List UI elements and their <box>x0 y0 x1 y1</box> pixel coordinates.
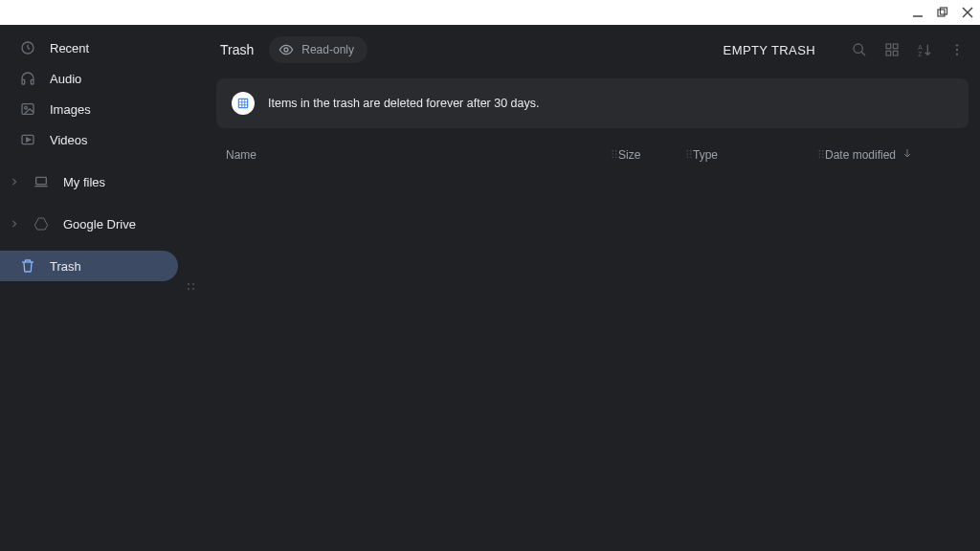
column-grip-icon[interactable] <box>685 148 693 162</box>
svg-rect-24 <box>886 51 891 55</box>
column-headers: Name Size Type Date modified <box>212 140 972 169</box>
svg-rect-22 <box>886 44 891 49</box>
column-date[interactable]: Date modified <box>825 148 896 162</box>
window-maximize-button[interactable] <box>936 6 949 19</box>
readonly-label: Read-only <box>301 43 354 56</box>
empty-trash-button[interactable]: EMPTY TRASH <box>724 43 815 57</box>
svg-point-48 <box>690 156 692 158</box>
column-grip-icon[interactable] <box>817 148 825 162</box>
sidebar-item-trash[interactable]: Trash <box>0 251 178 281</box>
svg-point-43 <box>687 149 689 151</box>
banner-icon <box>232 92 255 115</box>
svg-point-44 <box>690 149 692 151</box>
sidebar-item-label: My files <box>63 175 105 189</box>
eye-icon <box>278 42 294 57</box>
svg-point-18 <box>192 288 194 290</box>
svg-point-9 <box>25 106 28 109</box>
column-grip-icon[interactable] <box>611 148 618 162</box>
svg-marker-14 <box>34 218 47 230</box>
sidebar-item-label: Trash <box>50 259 81 274</box>
svg-marker-11 <box>27 138 31 142</box>
svg-point-15 <box>188 283 189 285</box>
svg-rect-8 <box>22 104 33 115</box>
svg-point-53 <box>819 156 821 158</box>
sidebar-item-videos[interactable]: Videos <box>0 124 199 155</box>
window-close-button[interactable] <box>961 6 974 19</box>
header: Trash Read-only EMPTY TRASH <box>212 25 972 75</box>
image-icon <box>19 100 36 118</box>
svg-point-42 <box>615 156 617 158</box>
sidebar-resize-handle[interactable] <box>186 281 197 293</box>
svg-point-37 <box>612 149 614 151</box>
svg-point-16 <box>192 283 194 285</box>
svg-rect-32 <box>238 99 247 107</box>
more-icon[interactable] <box>949 42 965 57</box>
video-icon <box>19 131 36 148</box>
sidebar-item-my-files[interactable]: My files <box>0 166 199 197</box>
window-titlebar <box>0 0 980 25</box>
sidebar-item-audio[interactable]: Audio <box>0 63 199 94</box>
svg-point-52 <box>822 153 824 155</box>
svg-point-19 <box>284 48 288 52</box>
svg-point-50 <box>822 149 824 151</box>
svg-rect-12 <box>36 177 47 184</box>
sidebar-item-label: Videos <box>50 133 88 147</box>
sidebar-item-google-drive[interactable]: Google Drive <box>0 209 199 239</box>
laptop-icon <box>33 173 50 190</box>
banner-text: Items in the trash are deleted forever a… <box>268 97 539 110</box>
svg-point-29 <box>956 44 958 46</box>
drive-icon <box>33 215 50 232</box>
svg-text:Z: Z <box>918 51 922 57</box>
page-title: Trash <box>220 42 254 57</box>
svg-text:A: A <box>918 44 923 51</box>
column-type[interactable]: Type <box>693 148 718 162</box>
svg-rect-25 <box>893 51 898 55</box>
sidebar: Recent Audio Images Videos <box>0 25 199 551</box>
svg-point-30 <box>956 49 958 51</box>
svg-rect-1 <box>938 10 945 16</box>
main: Trash Read-only EMPTY TRASH <box>199 25 980 551</box>
svg-point-17 <box>188 288 189 290</box>
svg-rect-7 <box>31 79 33 84</box>
info-banner: Items in the trash are deleted forever a… <box>216 78 969 128</box>
chevron-right-icon[interactable] <box>10 178 19 186</box>
svg-point-20 <box>854 44 862 53</box>
svg-point-46 <box>690 153 692 155</box>
sidebar-item-label: Images <box>50 102 91 117</box>
svg-line-21 <box>861 52 865 55</box>
sidebar-item-label: Recent <box>50 41 89 55</box>
headphones-icon <box>19 70 36 87</box>
svg-point-49 <box>819 149 821 151</box>
trash-icon <box>19 257 36 275</box>
search-icon[interactable] <box>852 42 867 57</box>
svg-point-40 <box>615 153 617 155</box>
column-name[interactable]: Name <box>226 148 256 162</box>
svg-rect-6 <box>22 79 25 84</box>
sort-icon[interactable]: AZ <box>917 42 932 57</box>
svg-rect-23 <box>893 44 898 49</box>
svg-point-54 <box>822 156 824 158</box>
sidebar-item-images[interactable]: Images <box>0 94 199 124</box>
chevron-right-icon[interactable] <box>10 220 19 228</box>
clock-icon <box>19 39 36 56</box>
svg-point-51 <box>819 153 821 155</box>
file-list-empty <box>212 169 972 551</box>
grid-view-icon[interactable] <box>884 42 900 57</box>
svg-point-38 <box>615 149 617 151</box>
sidebar-item-label: Google Drive <box>63 217 136 231</box>
svg-point-45 <box>687 153 689 155</box>
readonly-badge: Read-only <box>269 36 368 63</box>
sidebar-item-label: Audio <box>50 72 81 86</box>
svg-point-39 <box>612 153 614 155</box>
svg-point-47 <box>687 156 689 158</box>
sort-descending-icon[interactable] <box>902 147 913 162</box>
column-size[interactable]: Size <box>618 148 640 162</box>
sidebar-item-recent[interactable]: Recent <box>0 33 199 63</box>
svg-rect-2 <box>941 8 947 14</box>
svg-point-41 <box>612 156 614 158</box>
svg-point-31 <box>956 53 958 55</box>
window-minimize-button[interactable] <box>911 6 924 19</box>
